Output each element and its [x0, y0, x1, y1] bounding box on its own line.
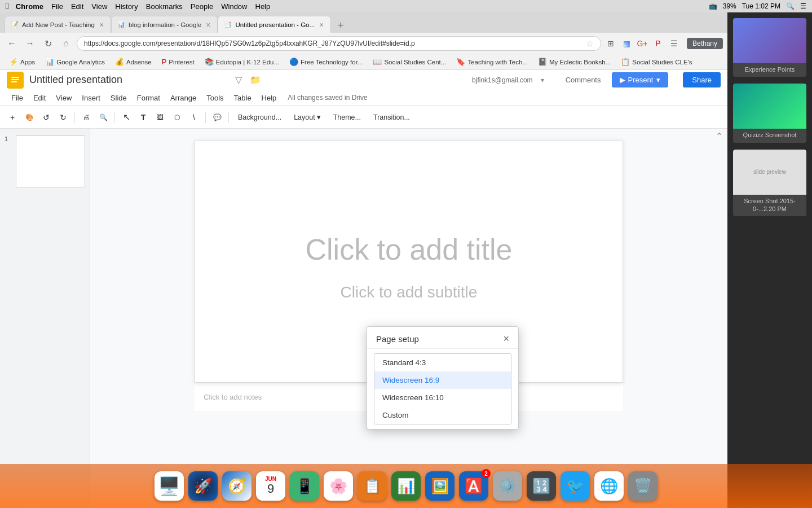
dock-keynote2[interactable]: 🖼️ — [425, 471, 454, 501]
transition-button[interactable]: Transition... — [368, 110, 416, 125]
collapse-panel-button[interactable]: ⌃ — [716, 131, 723, 142]
dock-finder[interactable]: 🖥️ — [155, 471, 184, 501]
tab-untitled-presentation[interactable]: 📑 Untitled presentation - Go... × — [218, 16, 331, 33]
layout-button[interactable]: Layout ▾ — [288, 110, 326, 125]
toolbar-line-btn[interactable]: \ — [186, 110, 202, 125]
dock-settings[interactable]: ⚙️ — [493, 471, 522, 501]
slides-menu-file[interactable]: File — [7, 93, 28, 103]
toolbar-comment-btn[interactable]: 💬 — [209, 110, 225, 125]
theme-button[interactable]: Theme... — [328, 110, 367, 125]
mac-menu-bookmarks[interactable]: Bookmarks — [146, 2, 183, 11]
present-dropdown-icon[interactable]: ▾ — [656, 76, 660, 84]
comments-button[interactable]: Comments — [560, 72, 607, 87]
folder-icon[interactable]: 📁 — [250, 75, 261, 85]
dock-launchpad[interactable]: 🚀 — [188, 471, 218, 501]
dock-facetime[interactable]: 📱 — [290, 471, 319, 501]
right-thumb-quizizz[interactable]: Quizizz Screenshot — [733, 84, 806, 142]
bookmark-adsense[interactable]: 💰 Adsense — [111, 56, 156, 68]
bookmark-google-analytics[interactable]: 📊 Google Analytics — [41, 56, 109, 68]
dock-calculator[interactable]: 🔢 — [527, 471, 556, 501]
slides-title[interactable]: Untitled presentation — [29, 74, 230, 86]
dropdown-custom[interactable]: Custom — [374, 406, 511, 424]
bookmark-edutopia[interactable]: 📚 Edutopia | K-12 Edu... — [200, 56, 284, 68]
new-tab-button[interactable]: + — [333, 18, 348, 33]
dock-safari[interactable]: 🧭 — [222, 471, 251, 501]
bookmark-teaching-tech[interactable]: 🔖 Teaching with Tech... — [452, 56, 532, 68]
slides-menu-format[interactable]: Format — [133, 93, 165, 103]
toolbar-add-btn[interactable]: + — [5, 110, 20, 125]
extensions-icon[interactable]: ⊞ — [604, 37, 617, 50]
mac-menu-edit[interactable]: Edit — [71, 2, 83, 11]
share-button[interactable]: Share — [683, 72, 721, 87]
google-drive-icon[interactable]: ▦ — [620, 37, 633, 50]
bookmark-social-studies[interactable]: 📖 Social Studies Cent... — [368, 56, 451, 68]
slides-menu-slide[interactable]: Slide — [106, 93, 131, 103]
toolbar-undo-btn[interactable]: ↺ — [38, 110, 54, 125]
tab-close-1[interactable]: × — [98, 19, 105, 30]
tab-blog-info[interactable]: 📊 blog information - Google × — [111, 16, 218, 33]
search-icon[interactable]: 🔍 — [786, 2, 795, 10]
title-edit-icon[interactable]: ▽ — [235, 75, 242, 85]
mac-menu-help[interactable]: Help — [255, 2, 271, 11]
mac-menu-chrome[interactable]: Chrome — [16, 2, 43, 11]
dropdown-widescreen-169[interactable]: Widescreen 16:9 — [374, 371, 511, 389]
background-button[interactable]: Background... — [232, 110, 287, 125]
dock-photos[interactable]: 🌸 — [324, 471, 353, 501]
home-button[interactable]: ⌂ — [59, 36, 73, 51]
url-bar[interactable]: https://docs.google.com/presentation/d/1… — [77, 36, 601, 51]
toolbar-redo-btn[interactable]: ↻ — [55, 110, 71, 125]
slides-menu-view[interactable]: View — [51, 93, 76, 103]
present-button[interactable]: ▶ Present ▾ — [612, 72, 668, 87]
google-plus-icon[interactable]: G+ — [636, 37, 648, 50]
mac-menu-window[interactable]: Window — [221, 2, 247, 11]
dock-appstore[interactable]: 🅰️ 2 — [459, 471, 488, 501]
toolbar-image-btn[interactable]: 🖼 — [152, 110, 168, 125]
bookmark-free-tech[interactable]: 🔵 Free Technology for... — [285, 56, 367, 68]
toolbar-cursor-btn[interactable]: ↖ — [118, 110, 134, 125]
tab-add-new-post[interactable]: 📝 Add New Post - Teaching × — [5, 16, 111, 33]
right-thumb-screenshot[interactable]: slide preview Screen Shot 2015-0-...2.20… — [733, 150, 806, 217]
notification-icon[interactable]: ☰ — [800, 2, 806, 10]
apple-menu[interactable]:  — [6, 1, 9, 11]
forward-button[interactable]: → — [23, 36, 37, 51]
slides-menu-table[interactable]: Table — [230, 93, 256, 103]
account-dropdown-icon[interactable]: ▾ — [541, 76, 544, 84]
bookmark-pinterest[interactable]: P Pinterest — [157, 56, 199, 68]
dialog-close-button[interactable]: × — [503, 334, 509, 344]
slides-menu-insert[interactable]: Insert — [77, 93, 105, 103]
slides-menu-help[interactable]: Help — [257, 93, 281, 103]
slide-thumbnail-1[interactable] — [16, 135, 85, 187]
dock-calendar[interactable]: JUN 9 — [256, 471, 285, 501]
dock-chrome[interactable]: 🌐 — [594, 471, 624, 501]
tab-close-3[interactable]: × — [318, 19, 325, 30]
slides-menu-arrange[interactable]: Arrange — [166, 93, 201, 103]
dropdown-standard-43[interactable]: Standard 4:3 — [374, 354, 511, 371]
tab-close-2[interactable]: × — [205, 19, 211, 30]
dock-numbers[interactable]: 📊 — [391, 471, 421, 501]
slides-menu-edit[interactable]: Edit — [29, 93, 50, 103]
user-profile-button[interactable]: Bethany — [687, 38, 723, 49]
bookmark-ss-cles[interactable]: 📋 Social Studies CLE's — [616, 56, 696, 68]
pinterest-icon[interactable]: P — [652, 37, 664, 50]
toolbar-print-btn[interactable]: 🖨 — [78, 110, 94, 125]
bookmark-star-icon[interactable]: ☆ — [586, 38, 594, 49]
toolbar-text-btn[interactable]: T — [135, 110, 151, 125]
right-thumb-experience[interactable]: Experience Points — [733, 18, 806, 77]
toolbar-paint-format-btn[interactable]: 🎨 — [21, 110, 37, 125]
mac-menu-history[interactable]: History — [115, 2, 138, 11]
back-button[interactable]: ← — [5, 36, 19, 51]
chrome-menu-icon[interactable]: ☰ — [668, 37, 680, 50]
mac-menu-file[interactable]: File — [51, 2, 63, 11]
toolbar-zoom-btn[interactable]: 🔍 — [95, 110, 111, 125]
bookmark-apps[interactable]: ⚡ Apps — [5, 56, 39, 68]
reload-button[interactable]: ↻ — [41, 36, 55, 51]
dock-twitter[interactable]: 🐦 — [561, 471, 590, 501]
dock-keynote[interactable]: 📋 — [358, 471, 387, 501]
toolbar-shapes-btn[interactable]: ⬡ — [169, 110, 185, 125]
dock-trash[interactable]: 🗑️ — [628, 471, 657, 501]
mac-menu-view[interactable]: View — [91, 2, 107, 11]
bookmark-eclectic[interactable]: 📓 My Eclectic Booksh... — [533, 56, 615, 68]
mac-menu-people[interactable]: People — [191, 2, 213, 11]
slides-menu-tools[interactable]: Tools — [202, 93, 228, 103]
dropdown-widescreen-1610[interactable]: Widescreen 16:10 — [374, 389, 511, 406]
